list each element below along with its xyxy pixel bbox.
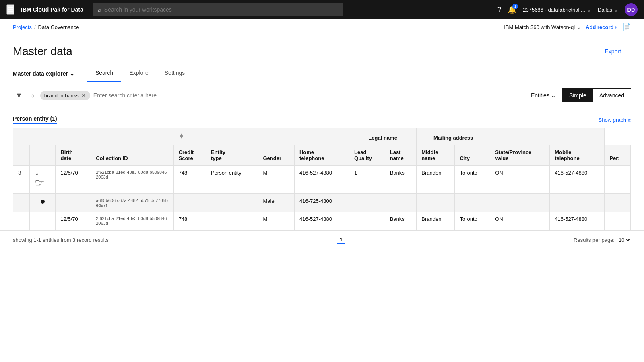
subcell-state	[490, 194, 550, 212]
cell2-home-telephone: 416-527-4880	[294, 212, 349, 230]
group-header-empty: ✦	[13, 128, 349, 145]
top-nav: ☰ IBM Cloud Pak for Data ⌕ ? 🔔 1 2375686…	[0, 0, 644, 19]
location-label: Dallas	[598, 7, 612, 13]
group-header-right-empty	[490, 128, 605, 145]
export-doc-icon[interactable]: 📄	[622, 23, 631, 31]
subcell-lead-quality	[349, 194, 385, 212]
breadcrumb: Projects / Data Governance	[13, 24, 79, 30]
cell-home-telephone: 416-527-4880	[294, 166, 349, 194]
notification-bell-icon[interactable]: 🔔 1	[508, 5, 516, 14]
cell2-entity-type	[206, 212, 258, 230]
location-chevron-icon: ⌄	[614, 7, 618, 13]
search-bar-right: Entities ⌄ Simple Advanced	[528, 88, 631, 102]
cell-more: ⋮	[605, 166, 631, 194]
tab-explore[interactable]: Explore	[121, 65, 156, 82]
group-header-mailing-address: Mailing address	[417, 128, 490, 145]
service-selector[interactable]: IBM Match 360 with Watson-ql ⌄	[504, 24, 581, 30]
table-group-header-row: ✦ Legal name Mailing address	[13, 128, 631, 145]
cell-row-num: 3	[13, 166, 30, 194]
global-search-bar[interactable]: ⌕	[93, 3, 343, 16]
subcell-row-num	[13, 194, 30, 212]
col-home-telephone: Hometelephone	[294, 145, 349, 166]
table-row: 12/5/70 2f621cba-21ed-48e3-80d8-b5098462…	[13, 212, 631, 230]
cell2-last-name: Banks	[385, 212, 417, 230]
page-content: Master data Export Master data explorer …	[0, 35, 644, 362]
col-state: State/Provincevalue	[490, 145, 550, 166]
top-nav-right: ? 🔔 1 2375686 - datafabrictrial ... ⌄ Da…	[497, 3, 638, 16]
account-id-label: 2375686 - datafabrictrial ...	[523, 7, 585, 13]
cell-entity-type: Person entity	[206, 166, 258, 194]
cell2-birth-date: 12/5/70	[56, 212, 91, 230]
cell-mobile-telephone: 416-527-4880	[550, 166, 605, 194]
col-mobile-telephone: Mobiletelephone	[550, 145, 605, 166]
service-label: IBM Match 360 with Watson-ql	[504, 24, 575, 30]
search-magnifier-icon[interactable]: ⌕	[28, 89, 37, 101]
master-data-explorer-button[interactable]: Master data explorer ⌄	[13, 66, 74, 82]
search-tag-close-button[interactable]: ✕	[81, 93, 86, 98]
search-tag-text: branden banks	[44, 93, 79, 99]
cell-credit-score: 748	[173, 166, 206, 194]
col-credit-score: CreditScore	[173, 145, 206, 166]
cell2-expand	[30, 212, 56, 230]
showing-label: showing 1-1 entities from 3 record resul…	[13, 237, 109, 243]
subcell-gender: Maie	[258, 194, 295, 212]
simple-toggle-button[interactable]: Simple	[563, 89, 593, 102]
col-entity-type: Entitytype	[206, 145, 258, 166]
account-selector[interactable]: 2375686 - datafabrictrial ... ⌄	[523, 7, 591, 13]
cell-birth-date: 12/5/70	[56, 166, 91, 194]
search-icon: ⌕	[98, 6, 101, 13]
col-per: Per:	[605, 145, 631, 166]
sub-nav-right: IBM Match 360 with Watson-ql ⌄ Add recor…	[504, 23, 631, 31]
expand-row-button[interactable]: ⌄	[35, 170, 39, 176]
data-table: ✦ Legal name Mailing address Birthdate C…	[13, 128, 631, 230]
cell2-lead-quality	[349, 212, 385, 230]
cell-lead-quality: 1	[349, 166, 385, 194]
global-search-input[interactable]	[104, 6, 338, 13]
row-more-button[interactable]: ⋮	[609, 170, 617, 179]
account-chevron-icon: ⌄	[587, 7, 591, 13]
help-icon[interactable]: ?	[497, 6, 501, 14]
col-last-name: Lastname	[385, 145, 417, 166]
subcell-birth-date	[56, 194, 91, 212]
hamburger-icon[interactable]: ☰	[6, 4, 14, 15]
add-record-button[interactable]: Add record +	[586, 24, 617, 30]
entities-selector[interactable]: Entities ⌄	[528, 90, 559, 101]
subcell-city	[455, 194, 490, 212]
export-button[interactable]: Export	[595, 45, 631, 58]
tab-settings[interactable]: Settings	[157, 65, 193, 82]
subcell-last-name	[385, 194, 417, 212]
cell2-gender: M	[258, 212, 295, 230]
col-city: City	[455, 145, 490, 166]
show-graph-button[interactable]: Show graph ⎋	[599, 117, 631, 123]
cell2-row-num	[13, 212, 30, 230]
cell2-more	[605, 212, 631, 230]
cell-gender: M	[258, 166, 295, 194]
subcell-mobile-telephone	[550, 194, 605, 212]
advanced-toggle-button[interactable]: Advanced	[593, 89, 631, 102]
results-per-page-select[interactable]: 10 25 50	[617, 237, 631, 243]
cursor-hand-icon: ☞	[35, 176, 50, 189]
explorer-chevron-icon: ⌄	[70, 70, 74, 77]
table-row: 3 ⌄ ☞ 12/5/70 2f621cba-21ed-48e3-80d8-b5…	[13, 166, 631, 194]
notification-badge: 1	[512, 4, 518, 9]
search-input[interactable]	[93, 92, 524, 99]
subcell-home-telephone: 416-725-4800	[294, 194, 349, 212]
breadcrumb-projects-link[interactable]: Projects	[13, 24, 32, 30]
breadcrumb-current: Data Governance	[38, 24, 79, 30]
tab-search[interactable]: Search	[87, 65, 121, 82]
avatar[interactable]: DD	[625, 3, 638, 16]
location-selector[interactable]: Dallas ⌄	[598, 7, 618, 13]
col-collection-id: Collection ID	[91, 145, 173, 166]
search-tag: branden banks ✕	[40, 91, 90, 100]
cell2-credit-score: 748	[173, 212, 206, 230]
subcell-entity-type	[206, 194, 258, 212]
page-number[interactable]: 1	[337, 236, 345, 244]
cell2-state: ON	[490, 212, 550, 230]
simple-advanced-toggle: Simple Advanced	[562, 88, 631, 102]
filter-icon[interactable]: ▼	[13, 89, 25, 102]
search-bar: ▼ ⌕ branden banks ✕ Entities ⌄ Simple Ad…	[0, 82, 644, 109]
col-row-num	[13, 145, 30, 166]
results-per-page-label: Results per page:	[574, 237, 615, 243]
col-middle-name: Middlename	[417, 145, 455, 166]
cell-collection-id: 2f621cba-21ed-48e3-80d8-b5098462063d	[91, 166, 173, 194]
